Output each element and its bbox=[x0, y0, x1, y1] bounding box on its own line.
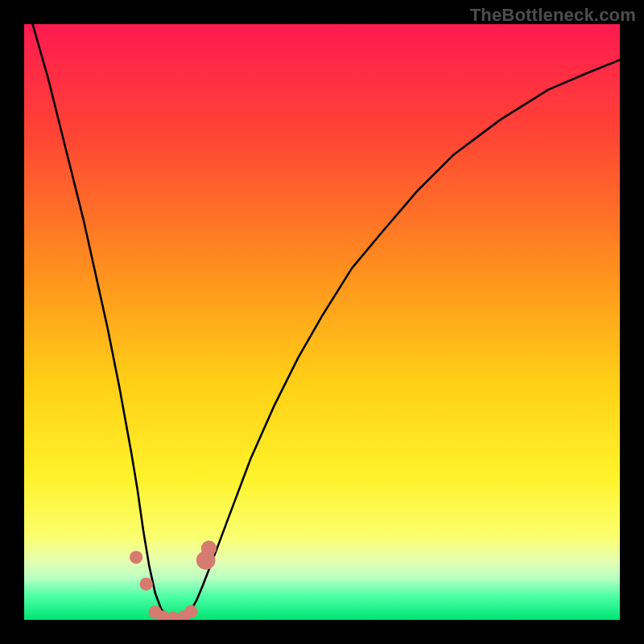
data-marker bbox=[184, 605, 197, 618]
curve-layer bbox=[24, 24, 620, 620]
plot-area bbox=[24, 24, 620, 620]
bottleneck-curve bbox=[24, 24, 620, 619]
chart-frame: TheBottleneck.com bbox=[0, 0, 644, 644]
data-marker bbox=[201, 541, 217, 556]
watermark-text: TheBottleneck.com bbox=[470, 5, 636, 26]
data-marker bbox=[140, 577, 153, 590]
marker-group bbox=[130, 541, 217, 620]
data-marker bbox=[130, 551, 142, 564]
